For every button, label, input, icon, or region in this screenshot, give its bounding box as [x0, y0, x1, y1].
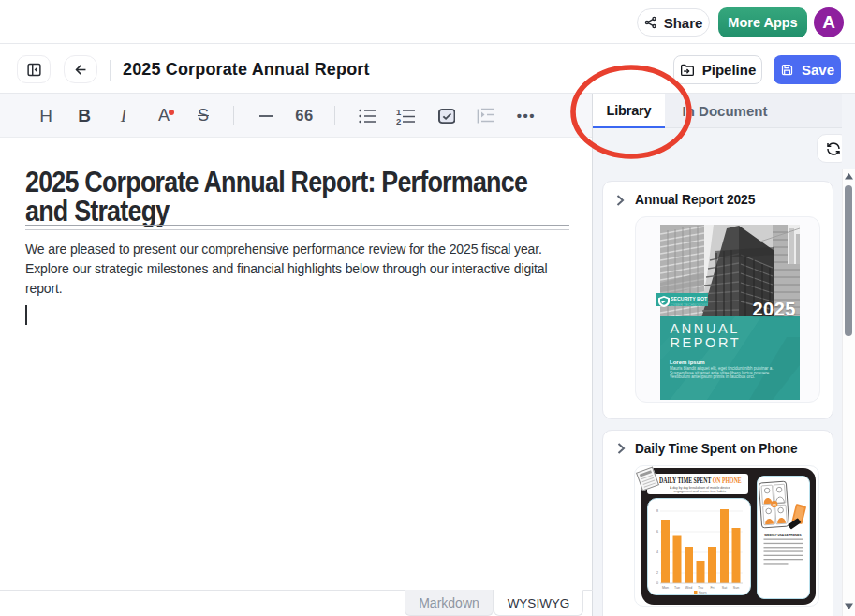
svg-text:Fri: Fri: [710, 586, 714, 590]
svg-text:2: 2: [656, 571, 658, 575]
svg-text:Sat: Sat: [722, 586, 727, 590]
svg-text:Wed: Wed: [685, 586, 692, 590]
svg-text:ON: ON: [773, 503, 776, 506]
svg-text:0: 0: [656, 581, 658, 585]
svg-text:4: 4: [656, 550, 658, 554]
svg-text:8: 8: [656, 509, 658, 513]
svg-text:Hours: Hours: [699, 591, 707, 594]
svg-text:Mon: Mon: [662, 586, 669, 590]
svg-text:WEEKLY USAGE TRENDS: WEEKLY USAGE TRENDS: [764, 534, 802, 537]
svg-text:Sun: Sun: [733, 586, 739, 590]
svg-text:Tue: Tue: [674, 586, 680, 590]
svg-text:Thu: Thu: [698, 586, 703, 590]
svg-text:2: 2: [396, 115, 401, 125]
svg-text:6: 6: [656, 530, 658, 534]
